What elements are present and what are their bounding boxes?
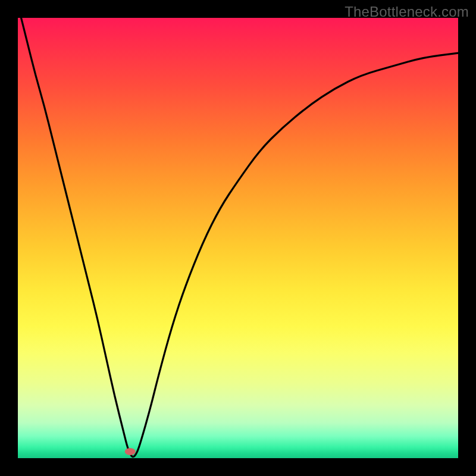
notch-marker xyxy=(125,448,136,455)
chart-frame: TheBottleneck.com xyxy=(0,0,476,476)
curve-layer xyxy=(18,18,458,458)
watermark-text: TheBottleneck.com xyxy=(345,4,469,20)
plot-area xyxy=(18,18,458,458)
bottleneck-curve xyxy=(18,18,458,457)
